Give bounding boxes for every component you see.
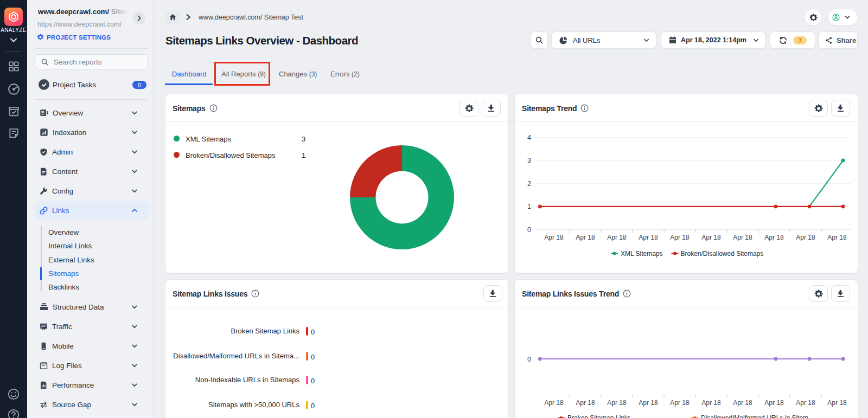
svg-text:Apr 18: Apr 18 [607,399,627,407]
svg-text:Apr 18: Apr 18 [827,234,847,241]
svg-text:Broken/Disallowed Sitemaps: Broken/Disallowed Sitemaps [681,250,764,258]
svg-text:Apr 18: Apr 18 [670,399,690,407]
svg-text:Disallowed/Malformed URLs in S: Disallowed/Malformed URLs in Sitem [701,414,808,418]
svg-text:XML Sitemaps: XML Sitemaps [621,250,663,258]
svg-text:Broken Sitemap Links: Broken Sitemap Links [567,414,631,418]
svg-text:Apr 18: Apr 18 [764,399,784,407]
svg-text:3: 3 [527,157,531,164]
svg-text:0: 0 [527,356,531,363]
svg-text:2: 2 [527,180,531,188]
svg-text:Apr 18: Apr 18 [733,399,752,407]
svg-text:Apr 18: Apr 18 [576,234,595,241]
svg-text:Apr 18: Apr 18 [796,399,815,407]
svg-text:4: 4 [527,134,531,142]
svg-text:Apr 18: Apr 18 [796,234,815,241]
svg-text:Apr 18: Apr 18 [544,399,564,407]
svg-text:1: 1 [527,203,531,210]
svg-text:Apr 18: Apr 18 [827,399,847,407]
svg-text:0: 0 [527,226,531,234]
svg-text:Apr 18: Apr 18 [639,399,658,407]
svg-text:Apr 18: Apr 18 [576,399,595,407]
svg-text:Apr 18: Apr 18 [733,234,752,241]
svg-text:Apr 18: Apr 18 [701,399,721,407]
svg-text:Apr 18: Apr 18 [607,234,627,241]
svg-text:Apr 18: Apr 18 [764,234,784,241]
svg-text:Apr 18: Apr 18 [670,234,690,241]
svg-text:Apr 18: Apr 18 [544,234,564,241]
svg-text:Apr 18: Apr 18 [701,234,721,241]
svg-text:Apr 18: Apr 18 [639,234,658,241]
